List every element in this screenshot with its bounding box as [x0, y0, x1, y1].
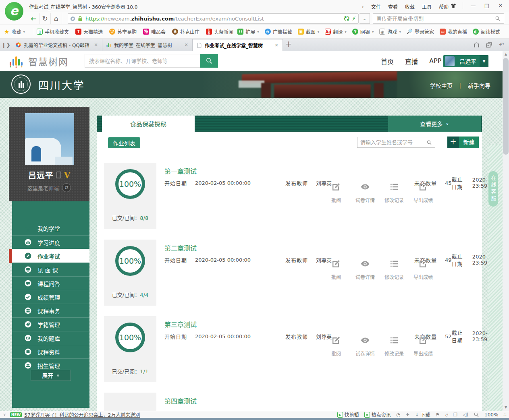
- course-search-button[interactable]: [200, 54, 218, 68]
- lightning-icon[interactable]: ⚡: [352, 15, 356, 22]
- bookmark-tmall[interactable]: T天猫精选: [75, 28, 103, 35]
- flag-icon[interactable]: ⚑: [435, 412, 440, 418]
- course-tab-active[interactable]: 食品保藏探秘: [102, 116, 195, 132]
- online-service-tab[interactable]: 在线客服: [488, 171, 498, 207]
- translate-button[interactable]: Aa翻译▾: [325, 28, 347, 35]
- games-button[interactable]: ◉游戏▾: [379, 28, 401, 35]
- search-icon[interactable]: [495, 16, 501, 21]
- zoom-search-icon[interactable]: [474, 412, 479, 418]
- newbie-guide-link[interactable]: 新手向导: [468, 81, 490, 89]
- export-grades-action[interactable]: 导出成绩: [412, 259, 434, 280]
- school-homepage-link[interactable]: 学校主页: [430, 81, 453, 89]
- menu-collapse-icon[interactable]: ›: [362, 4, 364, 10]
- reload-button[interactable]: ↻: [39, 13, 51, 24]
- skin-icon[interactable]: [448, 2, 459, 9]
- download-button[interactable]: ↓下载: [415, 411, 430, 418]
- bookmark-suning[interactable]: ツ苏宁易购: [109, 28, 137, 35]
- window-mode-icon[interactable]: ❐: [453, 412, 457, 418]
- screenshot-button[interactable]: ▣截图▾: [298, 28, 320, 35]
- bookmark-vip[interactable]: 特唯品会: [143, 28, 166, 35]
- tab-qq-mail[interactable]: 孔露的毕业论文初稿 - QQ邮箱 ✕: [12, 39, 102, 51]
- assignment-list-button[interactable]: 作业列表: [108, 137, 140, 148]
- scrollbar-thumb[interactable]: [503, 58, 509, 155]
- headset-icon[interactable]: [473, 41, 480, 48]
- edit-record-action[interactable]: 修改记录: [383, 335, 405, 357]
- my-live-button[interactable]: ▭我的直播: [440, 28, 467, 35]
- quick-search-input[interactable]: [376, 16, 492, 22]
- search-icon[interactable]: [426, 140, 432, 145]
- bookmark-mobile-favorites[interactable]: ▯手机收藏夹: [37, 28, 69, 35]
- edit-record-action[interactable]: 修改记录: [383, 182, 405, 203]
- sidebar-item-question-bank[interactable]: 我的题库: [12, 331, 89, 345]
- sidebar-item-course-affairs[interactable]: 课程事务: [12, 304, 89, 317]
- tab-close-icon[interactable]: ✕: [183, 42, 189, 48]
- tab-close-icon[interactable]: ✕: [93, 42, 99, 48]
- collapse-news-icon[interactable]: »: [2, 413, 7, 416]
- expand-menu-button[interactable]: 展开∨: [31, 370, 71, 381]
- view-more-button[interactable]: 查看更多∨: [388, 116, 481, 132]
- sidebar-item-progress[interactable]: 学习进度: [12, 235, 89, 249]
- sidebar-item-enrollment-status[interactable]: 学籍管理: [12, 317, 89, 331]
- course-search-input[interactable]: [85, 54, 200, 68]
- menu-view[interactable]: 查看: [388, 3, 398, 10]
- new-tab-button[interactable]: ＋: [283, 39, 294, 50]
- tab-my-school[interactable]: 我的学堂_在线学堂_智慧树 ✕: [102, 39, 193, 51]
- scroll-up-icon[interactable]: ▲: [503, 51, 509, 58]
- close-button[interactable]: ✕: [494, 1, 507, 10]
- export-grades-action[interactable]: 导出成绩: [412, 335, 434, 357]
- sidebar-item-meeting-class[interactable]: 见 面 课: [12, 263, 89, 276]
- paper-detail-action[interactable]: 试卷详情: [354, 182, 376, 203]
- edit-record-action[interactable]: 修改记录: [383, 259, 405, 280]
- user-menu[interactable]: 吕远平 ▼: [443, 55, 488, 67]
- extensions-button[interactable]: ᎒᎒扩展▾: [237, 28, 259, 35]
- review-action[interactable]: 批阅: [325, 182, 347, 203]
- zoom-level[interactable]: 100%: [484, 412, 498, 418]
- menu-tools[interactable]: 工具: [422, 3, 432, 10]
- assignment-title-link[interactable]: 第三章测试: [164, 319, 197, 329]
- bookmark-poker[interactable]: ♣扑克山庄: [172, 28, 199, 35]
- reader-mode-button[interactable]: ◐阅读模式: [473, 28, 500, 35]
- review-action[interactable]: 批阅: [325, 259, 347, 280]
- address-dropdown-button[interactable]: ⌄: [359, 13, 370, 24]
- news-link[interactable]: 57岁乔丹哭了！科比的公开追思会上，2万人前来送别: [24, 411, 140, 418]
- url-text[interactable]: https://newexam.zhihuishu.com/teacherExa…: [85, 16, 264, 22]
- speaker-icon[interactable]: ◁): [463, 412, 468, 418]
- rocket-icon[interactable]: ✈: [405, 412, 409, 418]
- nav-home[interactable]: 首页: [381, 56, 394, 66]
- student-search-input[interactable]: [360, 139, 425, 145]
- menu-file[interactable]: 文件: [371, 3, 381, 10]
- favorites-button[interactable]: ★ 收藏▾: [4, 28, 25, 35]
- paper-detail-action[interactable]: 试卷详情: [354, 335, 376, 357]
- site-logo[interactable]: 智慧树网: [9, 54, 69, 68]
- review-action[interactable]: 批阅: [325, 335, 347, 357]
- sidebar-item-grades[interactable]: 成绩管理: [12, 290, 89, 304]
- netbank-button[interactable]: ¥网银▾: [352, 28, 374, 35]
- chevron-down-icon[interactable]: ▼: [480, 55, 488, 67]
- accelerator-icon[interactable]: ◔: [396, 412, 400, 418]
- tab-homework-exam[interactable]: 作业考试_在线学堂_智慧树 ✕: [193, 39, 283, 51]
- browser-logo-icon[interactable]: e: [5, 2, 23, 21]
- assignment-title-link[interactable]: 第一章测试: [164, 166, 197, 176]
- new-assignment-button[interactable]: ＋ 新建: [447, 137, 479, 148]
- menu-favorites[interactable]: 收藏: [405, 3, 415, 10]
- assignment-title-link[interactable]: 第二章测试: [164, 243, 197, 252]
- hot-news-button[interactable]: ≣热点资讯: [364, 411, 391, 418]
- back-button[interactable]: ←: [28, 13, 39, 24]
- sidebar-item-my-school[interactable]: 我的学堂: [12, 221, 89, 235]
- password-manager-button[interactable]: 🔎登录管家: [407, 28, 434, 35]
- sidebar-item-course-qa[interactable]: 课程问答: [12, 276, 89, 290]
- speed-mode-icon[interactable]: [71, 17, 75, 21]
- session-restore-icon[interactable]: ❙❯: [0, 42, 12, 48]
- page-scrollbar[interactable]: ▲ ▼: [503, 51, 509, 411]
- adblock-button[interactable]: ⊖广告拦截: [265, 28, 292, 35]
- ssl-lock-icon[interactable]: [77, 16, 83, 22]
- quick-clip-button[interactable]: ▶快剪辑: [337, 411, 359, 418]
- tab-list-icon[interactable]: [486, 41, 492, 48]
- home-button[interactable]: ⌂: [51, 13, 62, 24]
- switch-role-icon[interactable]: ⇄: [62, 183, 71, 192]
- minimize-button[interactable]: —: [467, 1, 479, 10]
- nav-live[interactable]: 直播: [405, 56, 418, 66]
- ie-mode-icon[interactable]: e: [445, 412, 448, 418]
- nav-app[interactable]: APP: [429, 57, 441, 65]
- tab-close-icon[interactable]: ✕: [274, 43, 279, 48]
